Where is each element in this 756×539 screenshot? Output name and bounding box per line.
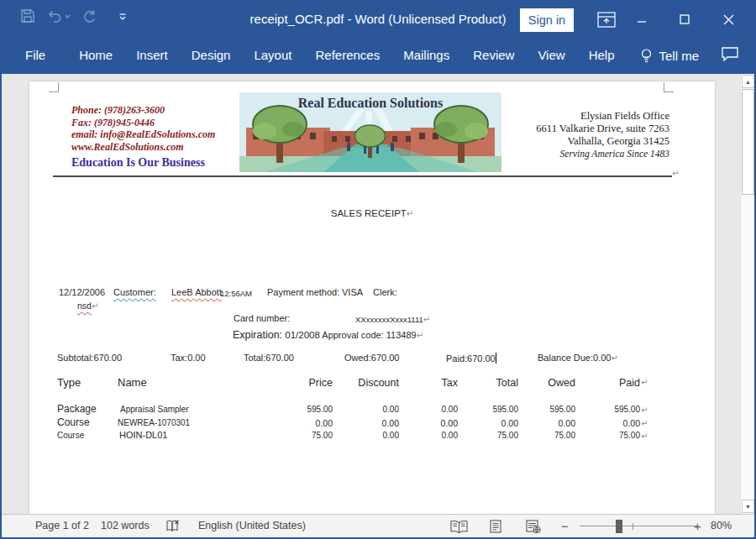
row2-paid: 0.00 xyxy=(573,418,640,428)
city-line: Valhalla, Georgia 31425 xyxy=(536,135,669,148)
tell-me-button[interactable]: Tell me xyxy=(640,48,700,64)
vertical-scrollbar[interactable]: ▲ ▼ xyxy=(740,74,754,514)
print-layout-button[interactable] xyxy=(489,520,502,536)
logo-title: Real Education Solutions xyxy=(239,96,501,111)
word-window: receipt_OCR.pdf - Word (Unlicensed Produ… xyxy=(0,0,756,539)
row1-price: 595.00 xyxy=(265,405,333,414)
status-bar: Page 1 of 2 102 words English (United St… xyxy=(2,514,754,537)
row1-tax: 0.00 xyxy=(391,405,458,414)
row2-discount: 0.00 xyxy=(332,418,399,428)
summary-paid-line: Paid:670.00 xyxy=(446,353,496,364)
summary-balance: Balance Due:0.00 xyxy=(538,353,611,363)
scrollbar-thumb[interactable] xyxy=(742,89,754,195)
approval-value: 113489 xyxy=(386,330,417,340)
paragraph-mark: ↵ xyxy=(92,301,98,311)
expiration-value: 01/2008 xyxy=(285,330,320,340)
margin-crop-mark-left xyxy=(49,82,59,92)
document-area: Phone: (978)263-3600 Fax: (978)945-0446 … xyxy=(2,74,754,514)
tab-file[interactable]: File xyxy=(13,37,57,74)
comments-button[interactable] xyxy=(721,46,739,65)
scroll-up-button[interactable]: ▲ xyxy=(742,75,754,88)
paragraph-mark: ↵ xyxy=(423,315,430,324)
zoom-slider-handle[interactable] xyxy=(616,520,622,533)
tab-insert[interactable]: Insert xyxy=(124,37,180,74)
tab-references[interactable]: References xyxy=(303,37,391,74)
web-layout-icon xyxy=(526,520,541,533)
receipt-date: 12/12/2006 xyxy=(59,287,105,297)
web-layout-button[interactable] xyxy=(526,520,541,536)
payment-method-label: Payment method: xyxy=(267,287,339,297)
close-button[interactable] xyxy=(714,7,743,32)
zoom-slider-track[interactable] xyxy=(580,526,697,526)
tell-me-label: Tell me xyxy=(659,49,700,63)
row1-discount: 0.00 xyxy=(332,405,399,414)
col-header-paid: Paid xyxy=(573,377,640,389)
word-count[interactable]: 102 words xyxy=(101,515,150,537)
paragraph-mark: ↵ xyxy=(641,432,648,441)
receipt-time: 12:56AM xyxy=(220,289,252,298)
sign-in-button[interactable]: Sign in xyxy=(520,8,574,32)
page-indicator[interactable]: Page 1 of 2 xyxy=(35,515,89,537)
paragraph-mark: ↵ xyxy=(611,353,617,363)
row1-name: Appraisal Sampler xyxy=(120,405,189,414)
col-header-price: Price xyxy=(265,377,333,389)
tab-home[interactable]: Home xyxy=(67,37,124,74)
phone-line: Phone: (978)263-3600 xyxy=(71,104,215,117)
row2-name: NEWREA-1070301 xyxy=(118,418,190,427)
office-line: Elysian Fields Office xyxy=(536,110,669,123)
title-bar: receipt_OCR.pdf - Word (Unlicensed Produ… xyxy=(2,2,754,37)
row3-name: HOIN-DL01 xyxy=(119,430,167,440)
clerk-note-line: nsd↵ xyxy=(77,301,98,311)
zoom-level[interactable]: 80% xyxy=(711,515,732,537)
serving-line: Serving America Since 1483 xyxy=(536,148,669,160)
fax-line: Fax: (978)945-0446 xyxy=(71,117,215,129)
payment-method-value: VISA xyxy=(342,287,363,297)
street-line: 6611 Valkarie Drive, suite 7263 xyxy=(536,123,669,135)
row3-price: 75.00 xyxy=(265,431,333,440)
tab-help[interactable]: Help xyxy=(577,37,627,74)
tab-review[interactable]: Review xyxy=(461,37,526,74)
customer-label: Customer: xyxy=(113,287,156,297)
col-header-discount: Discount xyxy=(332,377,399,389)
ribbon-tab-bar: File Home Insert Design Layout Reference… xyxy=(2,37,754,74)
zoom-100-tick xyxy=(633,523,633,530)
col-header-owed: Owed xyxy=(508,377,575,389)
clerk-label: Clerk: xyxy=(373,287,397,297)
expiration-line: Expiration: 01/2008 Approval code: 11348… xyxy=(233,327,423,342)
minimize-button[interactable] xyxy=(627,7,656,32)
tagline: Education Is Our Business xyxy=(71,157,215,170)
summary-subtotal: Subtotal:670.00 xyxy=(57,353,122,363)
ribbon-display-options-button[interactable] xyxy=(594,9,619,29)
row1-paid: 595.00 xyxy=(573,405,640,414)
row3-discount: 0.00 xyxy=(332,431,399,440)
card-number-line: XXxxxxxxXxxx1111↵ xyxy=(355,315,430,324)
zoom-in-button[interactable]: + xyxy=(694,515,701,537)
zoom-out-button[interactable]: − xyxy=(561,515,569,537)
scroll-down-button[interactable]: ▼ xyxy=(742,500,754,513)
proofing-errors-button[interactable] xyxy=(166,520,180,535)
comment-icon xyxy=(721,46,739,62)
customer-name: LeeB Abbott xyxy=(171,287,222,297)
maximize-button[interactable] xyxy=(670,7,699,32)
tab-view[interactable]: View xyxy=(526,37,576,74)
col-header-tax: Tax xyxy=(391,377,458,389)
summary-total: Total:670.00 xyxy=(244,353,294,363)
paragraph-mark: ↵ xyxy=(407,209,413,218)
tab-design[interactable]: Design xyxy=(180,37,243,74)
summary-paid: Paid:670.00 xyxy=(446,353,496,364)
receipt-title-line: SALES RECEIPT↵ xyxy=(29,208,715,218)
text-cursor xyxy=(496,353,496,364)
document-page[interactable]: Phone: (978)263-3600 Fax: (978)945-0446 … xyxy=(29,81,715,514)
company-logo: Real Education Solutions xyxy=(239,92,501,172)
letterhead-address-block: Elysian Fields Office 6611 Valkarie Driv… xyxy=(536,110,669,160)
language-indicator[interactable]: English (United States) xyxy=(198,515,306,537)
read-mode-button[interactable] xyxy=(450,520,468,536)
tab-layout[interactable]: Layout xyxy=(242,37,303,74)
expiration-label: Expiration: xyxy=(233,329,282,341)
card-number-value: XXxxxxxxXxxx1111 xyxy=(355,315,423,324)
paragraph-mark: ↵ xyxy=(672,169,679,178)
letterhead-contact-block: Phone: (978)263-3600 Fax: (978)945-0446 … xyxy=(71,104,215,170)
paragraph-mark: ↵ xyxy=(417,331,423,340)
tab-mailings[interactable]: Mailings xyxy=(391,37,461,74)
row3-tax: 0.00 xyxy=(391,431,458,440)
